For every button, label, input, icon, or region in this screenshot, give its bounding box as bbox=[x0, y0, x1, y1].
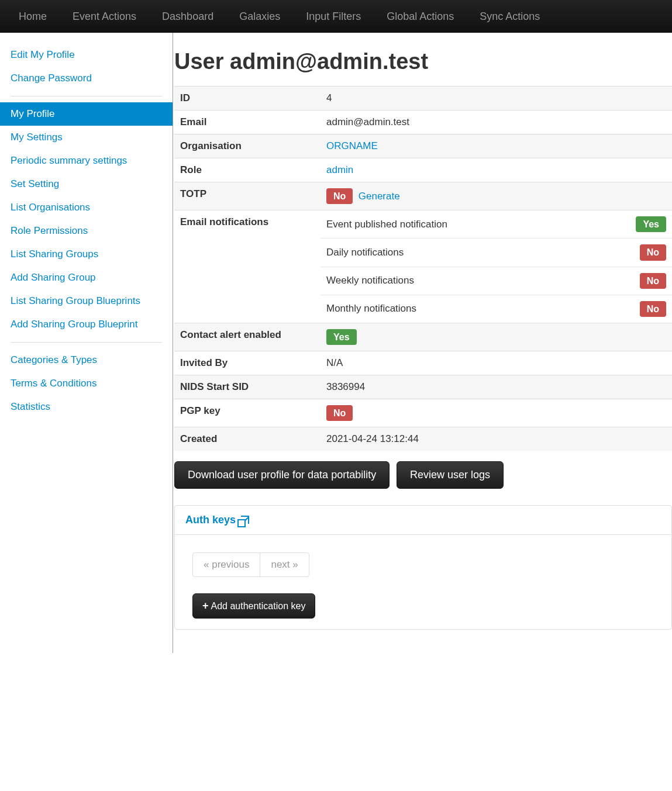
notif-monthly-label: Monthly notifications bbox=[321, 295, 625, 323]
sidebar-list-sg-blueprints[interactable]: List Sharing Group Blueprints bbox=[0, 289, 173, 313]
row-organisation-label: Organisation bbox=[174, 134, 321, 158]
row-created-value: 2021-04-24 13:12:44 bbox=[321, 427, 672, 451]
row-invited-by-value: N/A bbox=[321, 351, 672, 375]
nav-home[interactable]: Home bbox=[6, 0, 60, 33]
pager-next[interactable]: next » bbox=[260, 553, 308, 576]
pager: « previous next » bbox=[192, 552, 309, 577]
totp-generate-link[interactable]: Generate bbox=[359, 191, 400, 202]
nav-event-actions[interactable]: Event Actions bbox=[60, 0, 149, 33]
plus-icon: + bbox=[202, 600, 209, 612]
nav-input-filters[interactable]: Input Filters bbox=[293, 0, 374, 33]
sidebar-divider bbox=[11, 342, 162, 343]
row-totp-label: TOTP bbox=[174, 182, 321, 210]
row-nids-label: NIDS Start SID bbox=[174, 375, 321, 399]
contact-alert-badge: Yes bbox=[326, 329, 357, 345]
sidebar-terms-conditions[interactable]: Terms & Conditions bbox=[0, 372, 173, 395]
notif-daily-label: Daily notifications bbox=[321, 239, 625, 267]
sidebar-change-password[interactable]: Change Password bbox=[0, 67, 173, 90]
pager-previous[interactable]: « previous bbox=[193, 553, 260, 576]
sidebar-edit-profile[interactable]: Edit My Profile bbox=[0, 43, 173, 67]
external-link-icon bbox=[241, 516, 249, 524]
notif-event-published-label: Event published notification bbox=[321, 210, 625, 239]
row-id-label: ID bbox=[174, 87, 321, 110]
add-auth-key-label: Add authentication key bbox=[211, 601, 306, 611]
page-title: User admin@admin.test bbox=[174, 49, 672, 74]
sidebar-categories-types[interactable]: Categories & Types bbox=[0, 348, 173, 372]
auth-keys-title: Auth keys bbox=[185, 514, 236, 526]
email-notifications-table: Event published notification Yes Daily n… bbox=[321, 210, 672, 323]
totp-badge: No bbox=[326, 188, 353, 204]
row-organisation-value[interactable]: ORGNAME bbox=[326, 140, 378, 151]
row-email-notifications-label: Email notifications bbox=[174, 210, 321, 323]
review-user-logs-button[interactable]: Review user logs bbox=[397, 461, 504, 489]
sidebar-my-profile[interactable]: My Profile bbox=[0, 102, 173, 126]
sidebar: Edit My Profile Change Password My Profi… bbox=[0, 33, 173, 653]
sidebar-divider bbox=[11, 96, 162, 96]
user-details-table: ID 4 Email admin@admin.test Organisation… bbox=[174, 86, 672, 451]
row-role-label: Role bbox=[174, 158, 321, 182]
top-navbar: Home Event Actions Dashboard Galaxies In… bbox=[0, 0, 672, 33]
nav-sync-actions[interactable]: Sync Actions bbox=[467, 0, 553, 33]
row-email-value: admin@admin.test bbox=[321, 110, 672, 134]
sidebar-role-permissions[interactable]: Role Permissions bbox=[0, 219, 173, 243]
notif-weekly-label: Weekly notifications bbox=[321, 267, 625, 295]
notif-weekly-badge: No bbox=[640, 273, 666, 289]
row-id-value: 4 bbox=[321, 87, 672, 110]
row-role-value[interactable]: admin bbox=[326, 164, 353, 175]
sidebar-statistics[interactable]: Statistics bbox=[0, 395, 173, 419]
notif-event-published-badge: Yes bbox=[636, 216, 666, 232]
notif-daily-badge: No bbox=[640, 244, 666, 260]
sidebar-add-sg-blueprint[interactable]: Add Sharing Group Blueprint bbox=[0, 313, 173, 336]
nav-dashboard[interactable]: Dashboard bbox=[149, 0, 226, 33]
pgp-badge: No bbox=[326, 405, 353, 421]
row-nids-value: 3836994 bbox=[321, 375, 672, 399]
auth-keys-heading[interactable]: Auth keys bbox=[175, 506, 671, 535]
row-created-label: Created bbox=[174, 427, 321, 451]
row-contact-alert-label: Contact alert enabled bbox=[174, 323, 321, 351]
row-pgp-label: PGP key bbox=[174, 399, 321, 427]
sidebar-add-sharing-group[interactable]: Add Sharing Group bbox=[0, 266, 173, 289]
notif-monthly-badge: No bbox=[640, 301, 666, 317]
add-authentication-key-button[interactable]: +Add authentication key bbox=[192, 593, 315, 619]
sidebar-list-sharing-groups[interactable]: List Sharing Groups bbox=[0, 243, 173, 266]
main-content: User admin@admin.test ID 4 Email admin@a… bbox=[173, 33, 672, 653]
sidebar-set-setting[interactable]: Set Setting bbox=[0, 172, 173, 196]
auth-keys-panel: Auth keys « previous next » +Add authent… bbox=[174, 505, 672, 630]
sidebar-my-settings[interactable]: My Settings bbox=[0, 126, 173, 149]
row-email-label: Email bbox=[174, 110, 321, 134]
sidebar-periodic-summary[interactable]: Periodic summary settings bbox=[0, 149, 173, 172]
nav-galaxies[interactable]: Galaxies bbox=[226, 0, 293, 33]
download-profile-button[interactable]: Download user profile for data portabili… bbox=[174, 461, 390, 489]
nav-global-actions[interactable]: Global Actions bbox=[374, 0, 467, 33]
sidebar-list-organisations[interactable]: List Organisations bbox=[0, 196, 173, 219]
row-invited-by-label: Invited By bbox=[174, 351, 321, 375]
